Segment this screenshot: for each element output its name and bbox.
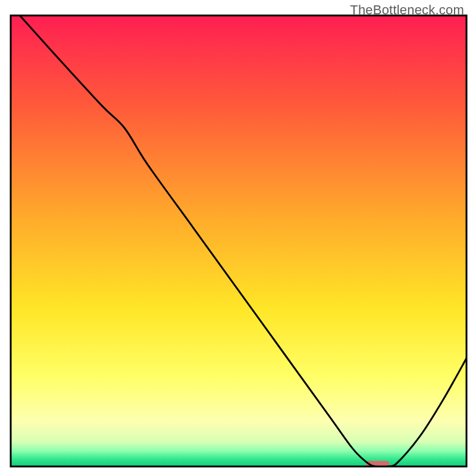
gradient-background — [11, 15, 466, 466]
watermark-text: TheBottleneck.com — [350, 2, 464, 18]
chart-svg — [0, 0, 476, 476]
chart-container: TheBottleneck.com — [0, 0, 476, 476]
